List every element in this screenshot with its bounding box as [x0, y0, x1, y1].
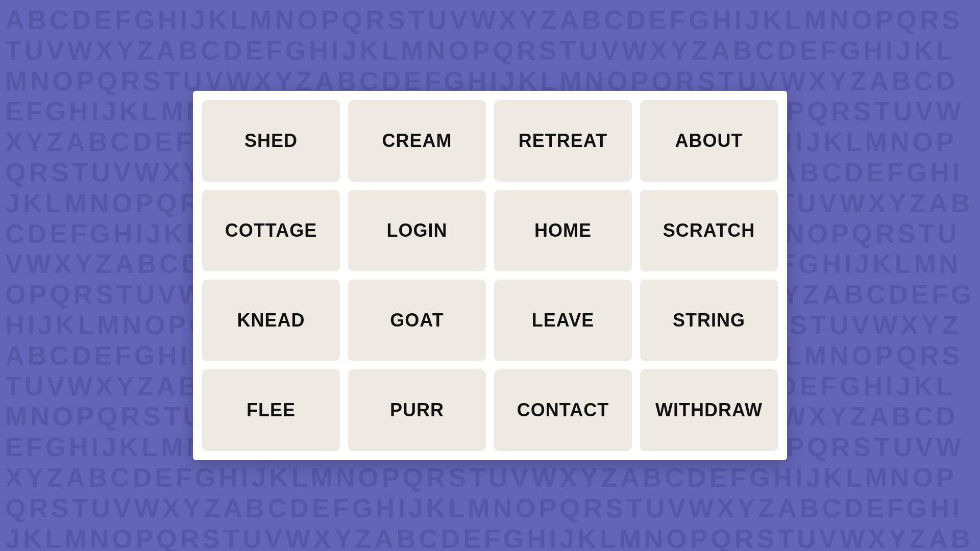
card-login[interactable]: LOGIN	[348, 190, 486, 271]
card-knead[interactable]: KNEAD	[202, 280, 340, 361]
card-shed[interactable]: SHED	[202, 100, 340, 182]
card-label-knead: KNEAD	[237, 310, 305, 331]
card-label-about: ABOUT	[675, 130, 743, 152]
card-withdraw[interactable]: WITHDRAW	[640, 369, 778, 451]
card-label-leave: LEAVE	[532, 310, 594, 331]
card-about[interactable]: ABOUT	[640, 100, 778, 182]
card-goat[interactable]: GOAT	[348, 280, 486, 361]
card-contact[interactable]: CONTACT	[494, 369, 632, 451]
card-scratch[interactable]: SCRATCH	[640, 190, 778, 271]
card-label-goat: GOAT	[390, 310, 444, 331]
card-label-login: LOGIN	[387, 220, 448, 241]
word-grid: SHEDCREAMRETREATABOUTCOTTAGELOGINHOMESCR…	[193, 91, 787, 460]
card-purr[interactable]: PURR	[348, 369, 486, 451]
card-home[interactable]: HOME	[494, 190, 632, 271]
card-label-purr: PURR	[390, 399, 444, 421]
card-label-string: STRING	[673, 310, 745, 331]
card-retreat[interactable]: RETREAT	[494, 100, 632, 182]
card-label-retreat: RETREAT	[519, 130, 607, 152]
card-cream[interactable]: CREAM	[348, 100, 486, 182]
card-label-home: HOME	[534, 220, 592, 241]
card-string[interactable]: STRING	[640, 280, 778, 361]
card-cottage[interactable]: COTTAGE	[202, 190, 340, 271]
card-flee[interactable]: FLEE	[202, 369, 340, 451]
card-label-contact: CONTACT	[517, 399, 609, 421]
card-label-scratch: SCRATCH	[663, 220, 755, 241]
card-label-shed: SHED	[244, 130, 298, 152]
card-label-cottage: COTTAGE	[225, 220, 317, 241]
card-label-flee: FLEE	[247, 399, 296, 421]
card-label-cream: CREAM	[382, 130, 452, 152]
card-leave[interactable]: LEAVE	[494, 280, 632, 361]
card-label-withdraw: WITHDRAW	[655, 399, 763, 421]
